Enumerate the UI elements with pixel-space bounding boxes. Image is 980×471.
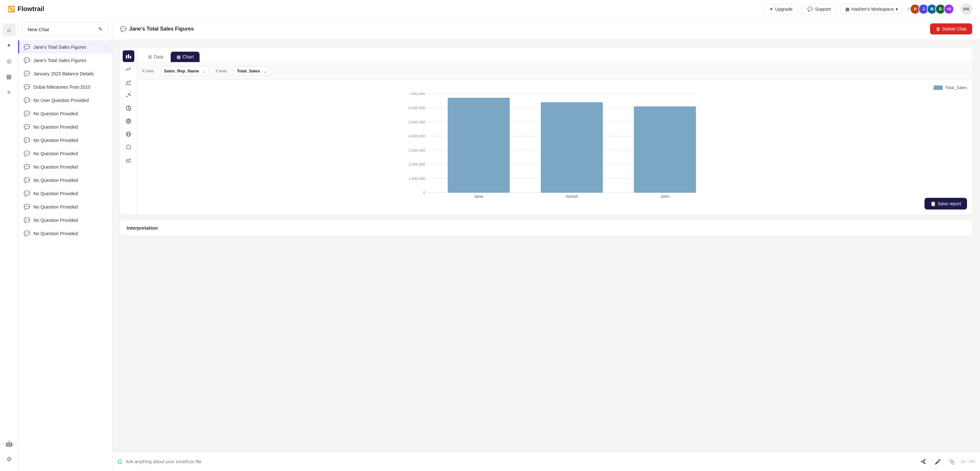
chart-type-bar[interactable]: [123, 50, 134, 62]
new-chat-edit-icon: ✎: [98, 26, 103, 32]
y-axis-select[interactable]: Total_Sales: [233, 66, 270, 76]
delete-chat-button[interactable]: 🗑 Delete Chat: [930, 23, 972, 34]
chat-item-icon: 💬: [24, 164, 30, 170]
axis-controls: X Axis Sales_Rep_Name Y Axis Total_Sales: [137, 62, 972, 80]
chat-item-icon: 💬: [24, 124, 30, 130]
chat-item-text: Dubai Milestones Post-2010: [33, 85, 107, 89]
new-chat-button[interactable]: New Chat ✎: [22, 22, 108, 37]
chat-item[interactable]: 💬 No Question Provided: [18, 174, 112, 187]
chart-area: Total_Sales 0 1,000,000: [137, 80, 972, 207]
chat-item[interactable]: 💬 No Question Provided: [18, 134, 112, 147]
chat-item[interactable]: 💬 January 2023 Balance Details: [18, 67, 112, 80]
svg-text:7,000,000: 7,000,000: [409, 93, 425, 96]
send-button[interactable]: [918, 456, 929, 467]
sidebar-item-reports[interactable]: ▦: [3, 70, 16, 83]
topnav: 🔁 Flowtrail ✦ Upgrade 💬 Support ▦ Hashim…: [0, 0, 980, 18]
y-axis-select-wrapper[interactable]: Total_Sales: [233, 66, 270, 76]
chart-type-scatter[interactable]: [123, 89, 134, 101]
attach-button[interactable]: 📎: [947, 456, 958, 467]
chat-item-text: No Question Provided: [33, 204, 107, 209]
save-report-icon: 📋: [930, 201, 936, 206]
chat-item[interactable]: 💬 No Question Provided: [18, 120, 112, 134]
workspace-icon: ▦: [845, 6, 850, 12]
svg-text:2,000,000: 2,000,000: [409, 162, 425, 166]
chart-type-hexbin[interactable]: [123, 141, 134, 153]
svg-text:John: John: [660, 194, 670, 199]
chat-sidebar: New Chat ✎ 💬 Jane's Total Sales Figures …: [18, 18, 112, 471]
chart-tabs: ⊞ Data ▦ Chart: [137, 48, 972, 62]
chat-item[interactable]: 💬 No Question Provided: [18, 200, 112, 213]
sidebar-item-data[interactable]: ◎: [3, 54, 16, 67]
chat-item-icon: 💬: [24, 57, 30, 63]
chat-item[interactable]: 💬 No Question Provided: [18, 147, 112, 160]
bar-john: [634, 107, 696, 193]
sidebar-item-sparkle[interactable]: ✦: [3, 39, 16, 52]
tab-chart-icon: ▦: [177, 54, 181, 59]
chat-item[interactable]: 💬 Jane's Total Sales Figures: [18, 54, 112, 67]
bar-chart-svg: 0 1,000,000 2,000,000 3,000,000: [142, 93, 967, 203]
chat-item[interactable]: 💬 No Question Provided: [18, 107, 112, 120]
chat-item-icon: 💬: [24, 70, 30, 77]
chat-item-icon: 💬: [24, 44, 30, 50]
save-report-button[interactable]: 📋 Save report: [924, 198, 967, 209]
svg-point-5: [128, 94, 129, 95]
support-button[interactable]: 💬 Support: [802, 4, 836, 14]
chat-item[interactable]: 💬 No Question Provided: [18, 187, 112, 200]
sidebar-item-settings[interactable]: ⚙: [3, 453, 16, 466]
chat-input[interactable]: [126, 459, 915, 464]
chat-item-icon: 💬: [24, 190, 30, 196]
interpretation-label: Interpretation: [127, 225, 966, 231]
workspace-label: Hashim's Workspace: [851, 6, 894, 12]
chat-item[interactable]: 💬 No Question Provided: [18, 227, 112, 240]
char-count: 18 / 100: [961, 459, 975, 464]
avatars-group: + H J M B +5: [907, 4, 954, 14]
content-body: ⊞ Data ▦ Chart X Axis Sales_R: [112, 40, 980, 452]
chat-item-text: Jane's Total Sales Figures: [33, 58, 107, 63]
svg-rect-2: [130, 56, 131, 59]
chat-item-icon: 💬: [24, 217, 30, 223]
content-header: 💬 Jane's Total Sales Figures 🗑 Delete Ch…: [112, 18, 980, 40]
chat-item-text: No Question Provided: [33, 178, 107, 183]
svg-point-4: [126, 96, 127, 97]
legend-label: Total_Sales: [945, 85, 967, 90]
chat-item[interactable]: 💬 No Question Provided: [18, 213, 112, 227]
sidebar-item-ai[interactable]: 🤖: [3, 437, 16, 450]
tab-chart[interactable]: ▦ Chart: [171, 52, 200, 62]
workspace-button[interactable]: ▦ Hashim's Workspace ▾: [840, 4, 903, 14]
sidebar-item-home[interactable]: ⌂: [3, 23, 16, 37]
tab-chart-label: Chart: [183, 54, 194, 59]
chat-item-text: Jane's Total Sales Figures: [33, 45, 100, 50]
legend-color-box: [934, 85, 943, 90]
x-axis-label: X Axis: [142, 69, 154, 73]
chat-item[interactable]: 💬 Jane's Total Sales Figures →: [18, 40, 112, 54]
y-axis-label: Y Axis: [215, 69, 227, 73]
chat-item-text: No Question Provided: [33, 111, 107, 116]
chat-item[interactable]: 💬 Dubai Milestones Post-2010: [18, 80, 112, 94]
main-layout: ⌂ ✦ ◎ ▦ ≡ 🤖 ⚙ New Chat ✎ 💬 Jane's Total …: [0, 18, 980, 471]
chat-item-text: No Question Provided: [33, 125, 107, 129]
upgrade-button[interactable]: ✦ Upgrade: [764, 4, 798, 14]
chart-type-globe[interactable]: [123, 128, 134, 140]
chart-type-area[interactable]: [123, 76, 134, 88]
sidebar-item-list[interactable]: ≡: [3, 86, 16, 99]
svg-text:4,000,000: 4,000,000: [409, 134, 425, 138]
chart-type-pie[interactable]: [123, 102, 134, 114]
svg-text:6,000,000: 6,000,000: [409, 105, 425, 110]
svg-point-12: [127, 120, 129, 122]
chart-type-donut[interactable]: [123, 115, 134, 127]
chat-item-icon: 💬: [24, 204, 30, 210]
support-label: Support: [815, 6, 831, 12]
avatar-ha[interactable]: HA: [961, 3, 972, 15]
chat-item-text: No User Question Provided: [33, 98, 107, 103]
x-axis-select-wrapper[interactable]: Sales_Rep_Name: [160, 66, 208, 76]
chart-type-area2[interactable]: [123, 154, 134, 166]
mic-button[interactable]: 🎤: [932, 456, 943, 467]
x-axis-select[interactable]: Sales_Rep_Name: [160, 66, 208, 76]
tab-data[interactable]: ⊞ Data: [142, 52, 169, 62]
chart-type-line[interactable]: [123, 63, 134, 75]
grammarly-icon[interactable]: G: [118, 458, 123, 465]
chat-item[interactable]: 💬 No User Question Provided: [18, 94, 112, 107]
chat-item[interactable]: 💬 No Question Provided: [18, 160, 112, 174]
upgrade-label: Upgrade: [775, 6, 793, 12]
chat-item-arrow: →: [103, 45, 107, 50]
